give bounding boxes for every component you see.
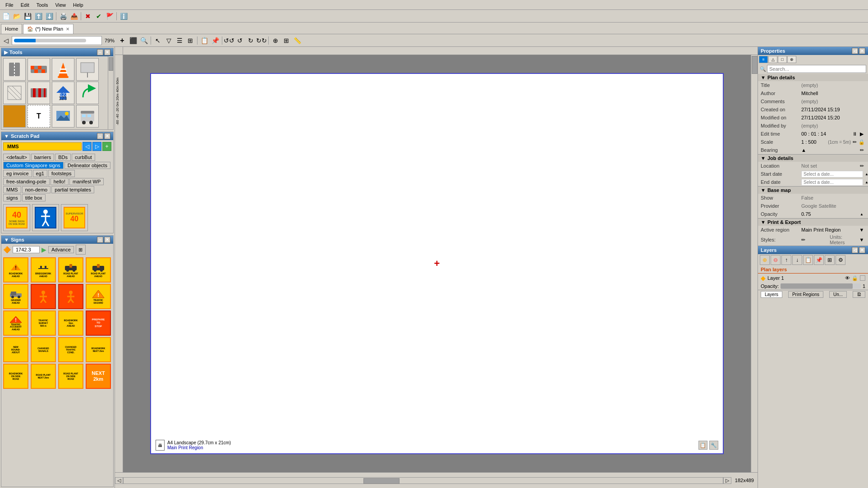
tool-color[interactable] <box>3 105 26 128</box>
table-btn[interactable]: ☰ <box>175 36 184 46</box>
tool-curve-arrow[interactable] <box>76 82 99 104</box>
signs-collapse-icon[interactable]: ▼ <box>4 237 9 242</box>
properties-close-btn[interactable]: ✕ <box>859 48 865 54</box>
sign-roadwork-ahead[interactable]: ! ROADWORKAHEAD <box>3 257 28 283</box>
tag-eg-invoice[interactable]: eg invoice <box>3 170 32 177</box>
hscroll-track[interactable] <box>123 477 723 484</box>
prop-tab-2[interactable]: △ <box>768 56 777 63</box>
save-btn[interactable]: 💾 <box>23 11 32 21</box>
signs-advance-btn[interactable]: Advance <box>48 246 74 253</box>
zoom-slider[interactable] <box>14 39 86 42</box>
copy-btn[interactable]: 📋 <box>199 36 209 46</box>
tools-close-btn[interactable]: ✕ <box>104 49 110 55</box>
download-btn[interactable]: ⬇️ <box>44 11 54 21</box>
menu-help[interactable]: Help <box>69 1 87 9</box>
sign-bridgework-ahead[interactable]: BRIDGEWORKAHEAD <box>31 257 56 283</box>
grid-btn[interactable]: ⊞ <box>185 36 195 46</box>
snap-btn[interactable]: ⊕ <box>271 36 280 46</box>
layers-pin-btn[interactable]: ◁ <box>852 247 858 253</box>
prop-start-date-input[interactable] <box>801 171 863 178</box>
measure-btn[interactable]: 📏 <box>292 36 302 46</box>
tag-barriers[interactable]: barriers <box>31 154 54 161</box>
prop-scale-lock-btn[interactable]: 🔒 <box>858 138 865 146</box>
tool-arrow-blue[interactable]: 123123 <box>52 82 74 104</box>
print-btn[interactable]: 🖨️ <box>58 11 68 21</box>
prop-end-date-input[interactable] <box>801 179 863 186</box>
paper-copy-btn[interactable]: 📋 <box>698 441 707 450</box>
paste-btn[interactable]: 📌 <box>210 36 220 46</box>
layer-merge-btn[interactable]: ⊞ <box>825 255 835 265</box>
tag-signs[interactable]: signs <box>3 194 21 201</box>
layer-add-btn[interactable]: ⊕ <box>760 255 770 265</box>
menu-file[interactable]: File <box>2 1 17 9</box>
prop-bearing-edit-btn[interactable]: ✏ <box>858 146 865 154</box>
sign-road-plant-on-side-road[interactable]: ROAD PLANTON SIDEROAD <box>58 364 83 389</box>
layer-delete-btn[interactable]: ⊖ <box>771 255 781 265</box>
sign-figure-orange-1[interactable] <box>31 284 56 309</box>
edit-time-play-btn[interactable]: ▶ <box>858 130 865 137</box>
sign-roadwork-1km-ahead[interactable]: ROADWORK1kmAHEAD <box>58 310 83 336</box>
prop-opacity-up-btn[interactable]: ▲ <box>858 210 865 218</box>
grid-snap-btn[interactable]: ⊞ <box>281 36 291 46</box>
export-btn[interactable]: 📤 <box>69 11 79 21</box>
redo-many-btn[interactable]: ↻↻ <box>257 36 266 46</box>
tool-gate[interactable] <box>28 82 50 104</box>
hscroll-thumb[interactable] <box>363 478 400 484</box>
mms-add-btn[interactable]: + <box>102 142 111 151</box>
tag-hello[interactable]: hello! <box>51 178 69 185</box>
tag-default[interactable]: <default> <box>3 154 30 161</box>
tool-hatch[interactable] <box>3 82 26 104</box>
tab-close-btn[interactable]: ✕ <box>66 27 69 32</box>
edit-time-pause-btn[interactable]: ⏸ <box>851 130 858 137</box>
info-btn[interactable]: ℹ️ <box>119 11 129 21</box>
plan-details-header[interactable]: ▼ Plan details <box>758 74 868 81</box>
undo-many-btn[interactable]: ↺↺ <box>224 36 234 46</box>
select-btn[interactable]: ↖ <box>153 36 163 46</box>
pan-btn[interactable]: ◁ <box>1 36 11 46</box>
layer-1-lock-btn[interactable]: 🔒 <box>852 275 858 281</box>
new-btn[interactable]: 📄 <box>1 11 11 21</box>
sign-roadwork-on-side-road[interactable]: ROADWORKON SIDEROAD <box>3 364 28 389</box>
prop-start-date-spinner-up[interactable]: ▲ <box>863 170 868 178</box>
signs-close-btn[interactable]: ✕ <box>104 237 110 243</box>
tag-delineator[interactable]: Delineator objects <box>64 162 110 169</box>
canvas-vscrollbar[interactable] <box>751 55 758 472</box>
tool-image[interactable] <box>52 105 74 128</box>
tag-non-demo[interactable]: non-demo <box>22 186 51 193</box>
job-details-header[interactable]: ▼ Job details <box>758 155 868 162</box>
prop-active-region-dropdown[interactable]: ▼ <box>858 226 865 233</box>
canvas-vscroll-thumb[interactable] <box>752 56 758 74</box>
print-export-header[interactable]: ▼ Print & Export <box>758 219 868 226</box>
layer-copy-btn[interactable]: 📋 <box>803 255 813 265</box>
scratch-collapse-icon[interactable]: ▼ <box>4 133 9 139</box>
flag-btn[interactable]: 🚩 <box>105 11 115 21</box>
sign-grader-ahead[interactable]: GRADERAHEAD <box>3 284 28 309</box>
footer-tab-layers[interactable]: Layers <box>761 291 782 298</box>
zoom-fit-btn[interactable]: ⬛ <box>128 36 138 46</box>
prop-end-date-spinner-up[interactable]: ▲ <box>863 178 868 186</box>
upload-btn[interactable]: ⬆️ <box>33 11 43 21</box>
tag-title-box[interactable]: title box <box>22 194 46 201</box>
prop-scale-edit-btn[interactable]: ✏ <box>851 138 858 146</box>
tools-collapse-icon[interactable]: ▶ <box>4 50 8 55</box>
mms-forward-btn[interactable]: ▷ <box>92 142 101 151</box>
scratch-close-btn[interactable]: ✕ <box>104 133 110 139</box>
tag-free-standing[interactable]: free-standing-pole <box>3 178 50 185</box>
sign-traffic-hazard[interactable]: ! TRAFFICHAZARD <box>86 284 111 309</box>
layer-down-btn[interactable]: ↓ <box>792 255 802 265</box>
mms-back-btn[interactable]: ◁ <box>83 142 92 151</box>
tool-text[interactable]: T <box>28 105 50 128</box>
open-btn[interactable]: 📂 <box>12 11 22 21</box>
sign-changed-traffic-conditions[interactable]: CHANGEDTRAFFICCOND. <box>58 337 83 362</box>
tab-new-plan[interactable]: 🏠 (*) New Plan ✕ <box>23 24 73 34</box>
tab-home[interactable]: Home <box>1 24 22 34</box>
tag-mms[interactable]: MMS <box>3 186 21 193</box>
menu-edit[interactable]: Edit <box>17 1 33 9</box>
menu-tools[interactable]: Tools <box>33 1 52 9</box>
properties-pin-btn[interactable]: ◁ <box>852 48 858 54</box>
sign-next-2km[interactable]: NEXT2km <box>86 364 111 389</box>
menu-view[interactable]: View <box>51 1 69 9</box>
prop-location-edit-btn[interactable]: ✏ <box>858 162 865 169</box>
prop-tab-4[interactable]: ⊕ <box>787 56 796 63</box>
tag-custom-sg[interactable]: Custom Singapore signs <box>3 162 64 169</box>
